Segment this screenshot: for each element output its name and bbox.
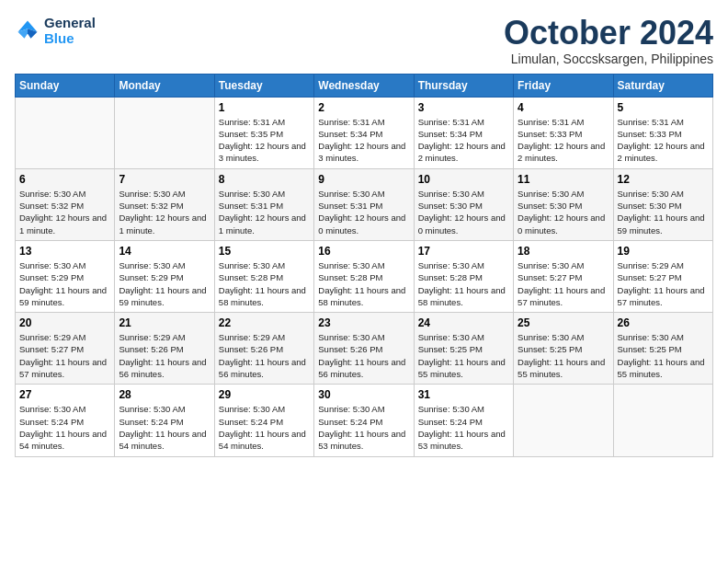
logo-icon <box>15 17 40 43</box>
day-info: Sunrise: 5:30 AM Sunset: 5:25 PM Dayligh… <box>618 331 709 380</box>
calendar-day-cell <box>613 385 712 456</box>
day-number: 3 <box>418 101 509 114</box>
day-info: Sunrise: 5:30 AM Sunset: 5:31 PM Dayligh… <box>219 188 310 236</box>
day-info: Sunrise: 5:29 AM Sunset: 5:26 PM Dayligh… <box>119 331 210 380</box>
calendar-day-cell: 13Sunrise: 5:30 AM Sunset: 5:29 PM Dayli… <box>16 240 115 312</box>
day-info: Sunrise: 5:30 AM Sunset: 5:32 PM Dayligh… <box>119 188 210 236</box>
page-header: General Blue October 2024 Limulan, Soccs… <box>15 15 713 66</box>
calendar-day-cell: 15Sunrise: 5:30 AM Sunset: 5:28 PM Dayli… <box>214 240 313 312</box>
weekday-header-cell: Sunday <box>16 74 115 97</box>
calendar-week-row: 1Sunrise: 5:31 AM Sunset: 5:35 PM Daylig… <box>16 97 713 168</box>
month-title: October 2024 <box>504 15 713 52</box>
calendar-day-cell: 2Sunrise: 5:31 AM Sunset: 5:34 PM Daylig… <box>314 97 414 168</box>
day-number: 1 <box>219 101 310 114</box>
day-number: 10 <box>418 173 509 186</box>
day-info: Sunrise: 5:30 AM Sunset: 5:25 PM Dayligh… <box>418 331 509 380</box>
day-info: Sunrise: 5:30 AM Sunset: 5:24 PM Dayligh… <box>418 403 509 452</box>
weekday-header-cell: Wednesday <box>314 74 414 97</box>
calendar-day-cell: 17Sunrise: 5:30 AM Sunset: 5:28 PM Dayli… <box>414 240 513 312</box>
day-info: Sunrise: 5:30 AM Sunset: 5:30 PM Dayligh… <box>618 188 709 236</box>
calendar-table: SundayMondayTuesdayWednesdayThursdayFrid… <box>15 74 713 457</box>
day-info: Sunrise: 5:30 AM Sunset: 5:30 PM Dayligh… <box>518 188 609 236</box>
day-number: 23 <box>318 316 409 329</box>
calendar-day-cell: 29Sunrise: 5:30 AM Sunset: 5:24 PM Dayli… <box>214 385 313 456</box>
day-number: 11 <box>518 173 609 186</box>
day-info: Sunrise: 5:31 AM Sunset: 5:34 PM Dayligh… <box>318 116 409 165</box>
calendar-day-cell: 22Sunrise: 5:29 AM Sunset: 5:26 PM Dayli… <box>214 313 313 385</box>
calendar-day-cell <box>16 97 115 168</box>
day-info: Sunrise: 5:30 AM Sunset: 5:24 PM Dayligh… <box>219 403 310 452</box>
day-info: Sunrise: 5:30 AM Sunset: 5:32 PM Dayligh… <box>19 188 110 236</box>
day-info: Sunrise: 5:29 AM Sunset: 5:27 PM Dayligh… <box>618 259 709 308</box>
day-info: Sunrise: 5:30 AM Sunset: 5:29 PM Dayligh… <box>119 259 210 308</box>
day-number: 25 <box>518 316 609 329</box>
weekday-header-row: SundayMondayTuesdayWednesdayThursdayFrid… <box>16 74 713 97</box>
day-info: Sunrise: 5:31 AM Sunset: 5:33 PM Dayligh… <box>518 116 609 165</box>
day-number: 26 <box>618 316 709 329</box>
day-info: Sunrise: 5:31 AM Sunset: 5:34 PM Dayligh… <box>418 116 509 165</box>
day-info: Sunrise: 5:29 AM Sunset: 5:26 PM Dayligh… <box>219 331 310 380</box>
calendar-day-cell: 8Sunrise: 5:30 AM Sunset: 5:31 PM Daylig… <box>214 168 313 240</box>
calendar-day-cell: 25Sunrise: 5:30 AM Sunset: 5:25 PM Dayli… <box>514 313 613 385</box>
day-number: 31 <box>418 388 509 401</box>
calendar-day-cell: 12Sunrise: 5:30 AM Sunset: 5:30 PM Dayli… <box>613 168 712 240</box>
calendar-week-row: 27Sunrise: 5:30 AM Sunset: 5:24 PM Dayli… <box>16 385 713 456</box>
day-info: Sunrise: 5:30 AM Sunset: 5:31 PM Dayligh… <box>318 188 409 236</box>
day-info: Sunrise: 5:30 AM Sunset: 5:24 PM Dayligh… <box>318 403 409 452</box>
calendar-day-cell: 7Sunrise: 5:30 AM Sunset: 5:32 PM Daylig… <box>115 168 214 240</box>
calendar-day-cell <box>115 97 214 168</box>
day-number: 16 <box>318 245 409 258</box>
calendar-day-cell: 6Sunrise: 5:30 AM Sunset: 5:32 PM Daylig… <box>16 168 115 240</box>
day-number: 28 <box>119 388 210 401</box>
day-info: Sunrise: 5:30 AM Sunset: 5:28 PM Dayligh… <box>418 259 509 308</box>
day-number: 12 <box>618 173 709 186</box>
logo: General Blue <box>15 15 96 46</box>
calendar-day-cell: 20Sunrise: 5:29 AM Sunset: 5:27 PM Dayli… <box>16 313 115 385</box>
weekday-header-cell: Monday <box>115 74 214 97</box>
day-number: 9 <box>318 173 409 186</box>
calendar-day-cell: 23Sunrise: 5:30 AM Sunset: 5:26 PM Dayli… <box>314 313 414 385</box>
day-info: Sunrise: 5:30 AM Sunset: 5:25 PM Dayligh… <box>518 331 609 380</box>
day-number: 21 <box>119 316 210 329</box>
calendar-day-cell: 5Sunrise: 5:31 AM Sunset: 5:33 PM Daylig… <box>613 97 712 168</box>
day-info: Sunrise: 5:30 AM Sunset: 5:24 PM Dayligh… <box>119 403 210 452</box>
day-info: Sunrise: 5:30 AM Sunset: 5:30 PM Dayligh… <box>418 188 509 236</box>
day-number: 8 <box>219 173 310 186</box>
calendar-day-cell <box>514 385 613 456</box>
day-info: Sunrise: 5:30 AM Sunset: 5:28 PM Dayligh… <box>219 259 310 308</box>
day-info: Sunrise: 5:30 AM Sunset: 5:26 PM Dayligh… <box>318 331 409 380</box>
day-number: 5 <box>618 101 709 114</box>
calendar-week-row: 6Sunrise: 5:30 AM Sunset: 5:32 PM Daylig… <box>16 168 713 240</box>
day-number: 20 <box>19 316 110 329</box>
calendar-day-cell: 14Sunrise: 5:30 AM Sunset: 5:29 PM Dayli… <box>115 240 214 312</box>
calendar-week-row: 13Sunrise: 5:30 AM Sunset: 5:29 PM Dayli… <box>16 240 713 312</box>
day-number: 7 <box>119 173 210 186</box>
day-number: 6 <box>19 173 110 186</box>
day-number: 29 <box>219 388 310 401</box>
calendar-day-cell: 1Sunrise: 5:31 AM Sunset: 5:35 PM Daylig… <box>214 97 313 168</box>
calendar-day-cell: 9Sunrise: 5:30 AM Sunset: 5:31 PM Daylig… <box>314 168 414 240</box>
location: Limulan, Soccsksargen, Philippines <box>504 52 713 66</box>
day-info: Sunrise: 5:30 AM Sunset: 5:24 PM Dayligh… <box>19 403 110 452</box>
calendar-day-cell: 3Sunrise: 5:31 AM Sunset: 5:34 PM Daylig… <box>414 97 513 168</box>
day-number: 15 <box>219 245 310 258</box>
calendar-day-cell: 31Sunrise: 5:30 AM Sunset: 5:24 PM Dayli… <box>414 385 513 456</box>
day-number: 24 <box>418 316 509 329</box>
calendar-day-cell: 27Sunrise: 5:30 AM Sunset: 5:24 PM Dayli… <box>16 385 115 456</box>
calendar-day-cell: 16Sunrise: 5:30 AM Sunset: 5:28 PM Dayli… <box>314 240 414 312</box>
weekday-header-cell: Saturday <box>613 74 712 97</box>
calendar-day-cell: 10Sunrise: 5:30 AM Sunset: 5:30 PM Dayli… <box>414 168 513 240</box>
day-info: Sunrise: 5:30 AM Sunset: 5:27 PM Dayligh… <box>518 259 609 308</box>
calendar-week-row: 20Sunrise: 5:29 AM Sunset: 5:27 PM Dayli… <box>16 313 713 385</box>
day-info: Sunrise: 5:30 AM Sunset: 5:29 PM Dayligh… <box>19 259 110 308</box>
calendar-day-cell: 26Sunrise: 5:30 AM Sunset: 5:25 PM Dayli… <box>613 313 712 385</box>
calendar-body: 1Sunrise: 5:31 AM Sunset: 5:35 PM Daylig… <box>16 97 713 456</box>
weekday-header-cell: Tuesday <box>214 74 313 97</box>
day-number: 30 <box>318 388 409 401</box>
day-number: 4 <box>518 101 609 114</box>
calendar-day-cell: 11Sunrise: 5:30 AM Sunset: 5:30 PM Dayli… <box>514 168 613 240</box>
day-number: 19 <box>618 245 709 258</box>
day-number: 13 <box>19 245 110 258</box>
day-info: Sunrise: 5:29 AM Sunset: 5:27 PM Dayligh… <box>19 331 110 380</box>
day-info: Sunrise: 5:31 AM Sunset: 5:35 PM Dayligh… <box>219 116 310 165</box>
